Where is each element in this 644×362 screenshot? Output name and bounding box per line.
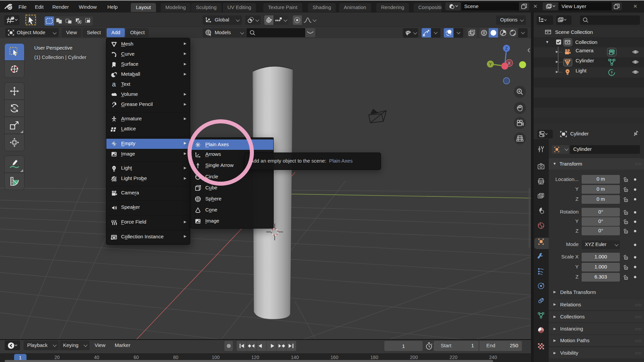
svg-text:X: X: [508, 61, 511, 66]
svg-text:Z: Z: [505, 46, 507, 51]
svg-text:Y: Y: [489, 62, 492, 67]
svg-text:a: a: [112, 81, 116, 88]
